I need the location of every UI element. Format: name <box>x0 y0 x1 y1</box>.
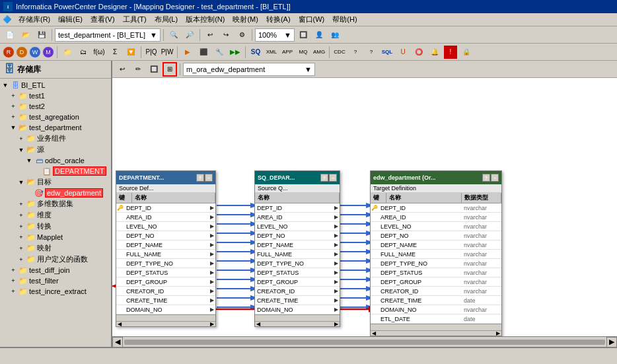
tb2-btn26[interactable]: ⭕ <box>412 45 426 59</box>
menu-mapping[interactable]: 映射(M) <box>229 13 262 26</box>
btn6[interactable]: ↪ <box>219 28 233 42</box>
minimize-btn[interactable]: − <box>205 174 213 182</box>
sq-scroll-left[interactable]: ◀ <box>256 321 260 327</box>
btn10[interactable]: 👥 <box>328 28 342 42</box>
tree-test2[interactable]: + 📁 test2 <box>9 101 110 112</box>
tb2-btn7[interactable]: f(ω) <box>92 45 106 59</box>
sq-help-btn[interactable]: ? <box>320 174 328 182</box>
module-dropdown[interactable]: test_department - [BI_ETL] ▼ <box>55 28 161 42</box>
h-scrollbar[interactable]: ◀ ▶ <box>112 336 617 347</box>
tree-business-components[interactable]: + 📁 业务组件 <box>17 133 110 144</box>
target-help-btn[interactable]: ? <box>482 174 490 182</box>
target-scroll-right[interactable]: ▶ <box>496 330 500 336</box>
root-toggle[interactable]: ▼ <box>1 81 9 89</box>
btn9[interactable]: 👤 <box>312 28 326 42</box>
tree-test-agregation[interactable]: + 📁 test_agregation <box>9 112 110 122</box>
tb2-btn17[interactable]: XML <box>264 45 279 59</box>
tb2-btn19[interactable]: MQ <box>296 45 310 59</box>
udf-toggle[interactable]: + <box>17 256 25 264</box>
canvas-btn4[interactable]: ⊞ <box>163 62 177 77</box>
canvas-btn1[interactable]: ↩ <box>115 62 129 77</box>
tb2-btn2[interactable]: D <box>16 46 28 58</box>
test1-toggle[interactable]: + <box>9 92 17 100</box>
filter-toggle[interactable]: + <box>9 277 17 285</box>
tree-odbc-oracle[interactable]: ▼ 🗃 odbc_oracle <box>25 155 110 166</box>
btn7[interactable]: ⚙ <box>235 28 249 42</box>
tree-filter[interactable]: + 📁 test_filter <box>9 275 110 286</box>
menu-version[interactable]: 版本控制(N) <box>182 13 229 26</box>
tree-target[interactable]: ▼ 📂 目标 <box>17 176 110 188</box>
tb2-btn12[interactable]: ▶ <box>180 45 195 59</box>
tb2-btn5[interactable]: 📁 <box>60 45 75 59</box>
tb2-btn25[interactable]: U <box>396 45 410 59</box>
scroll-right[interactable]: ▶ <box>210 321 214 327</box>
tb2-btn1[interactable]: R <box>3 46 15 58</box>
tb2-btn21[interactable]: CDC <box>332 45 347 59</box>
incre-toggle[interactable]: + <box>9 287 17 295</box>
scroll-right-btn[interactable]: ▶ <box>606 337 617 347</box>
open-button[interactable]: 📂 <box>18 28 33 42</box>
diffjoin-toggle[interactable]: + <box>9 266 17 274</box>
menu-window[interactable]: 窗口(W) <box>295 13 329 26</box>
mapping-dropdown[interactable]: m_ora_edw_department ▼ <box>183 63 315 76</box>
odbc-toggle[interactable]: ▼ <box>25 157 33 164</box>
canvas-body[interactable]: DEPARTMENT... ? − Source Def... 键 名称 🔑DE… <box>112 78 617 347</box>
btn5[interactable]: ↩ <box>203 28 217 42</box>
menu-edit[interactable]: 编辑(E) <box>54 13 87 26</box>
tb2-btn20[interactable]: AMG <box>312 45 326 59</box>
tree-udf[interactable]: + 📁 用户定义的函数 <box>17 254 110 265</box>
tb2-btn11[interactable]: P|W <box>160 45 174 59</box>
menu-transform[interactable]: 转换(A) <box>262 13 295 26</box>
tb2-btn6[interactable]: 🗂 <box>76 45 91 59</box>
btn8[interactable]: 🔲 <box>296 28 310 42</box>
menu-tools[interactable]: 工具(T) <box>119 13 151 26</box>
repository-tree[interactable]: ▼ 🗄 BI_ETL + 📁 test1 + 📁 test2 + 📁 test_… <box>0 79 111 347</box>
tree-test-department[interactable]: ▼ 📂 test_department <box>9 122 110 133</box>
tree-incre-extract[interactable]: + 📁 test_incre_extract <box>9 286 110 297</box>
tree-root[interactable]: ▼ 🗄 BI_ETL <box>1 80 110 91</box>
new-button[interactable]: 📄 <box>3 28 17 42</box>
department-toggle[interactable]: ▼ <box>9 124 17 131</box>
menu-repository[interactable]: 存储库(R) <box>15 13 54 26</box>
tree-diff-join[interactable]: + 📁 test_diff_join <box>9 265 110 275</box>
scroll-left[interactable]: ◀ <box>118 321 122 327</box>
tb2-btn18[interactable]: APP <box>280 45 295 59</box>
zoom-dropdown[interactable]: 100% ▼ <box>255 28 295 42</box>
menu-layout[interactable]: 布局(L) <box>151 13 182 26</box>
canvas-btn2[interactable]: ✏ <box>131 62 145 77</box>
tb2-btn13[interactable]: ⬛ <box>196 45 211 59</box>
target-scroll-left[interactable]: ◀ <box>372 330 376 336</box>
dim-toggle[interactable]: + <box>17 211 25 219</box>
tb2-btn29[interactable]: 🔒 <box>459 45 474 59</box>
btn3[interactable]: 🔍 <box>166 28 181 42</box>
tree-department-table[interactable]: · 📋 DEPARTMENT <box>33 166 110 176</box>
tb2-btn24[interactable]: SQL <box>380 45 394 59</box>
tb2-btn16[interactable]: SQ <box>248 45 263 59</box>
tb2-btn3[interactable]: W <box>29 46 41 58</box>
tb2-btn23[interactable]: ? <box>364 45 379 59</box>
tb2-btn27[interactable]: 🔔 <box>427 45 442 59</box>
biz-toggle[interactable]: + <box>17 135 25 143</box>
target-toggle[interactable]: ▼ <box>17 178 25 186</box>
mapplet-toggle[interactable]: + <box>17 233 25 241</box>
btn4[interactable]: 🔎 <box>182 28 197 42</box>
tree-dimension[interactable]: + 📁 维度 <box>17 209 110 221</box>
target-minimize-btn[interactable]: − <box>491 174 499 182</box>
tree-edw-department[interactable]: · 🎯 edw_department <box>25 188 110 198</box>
agregation-toggle[interactable]: + <box>9 113 17 121</box>
sq-minimize-btn[interactable]: − <box>329 174 337 182</box>
tb2-btn14[interactable]: 🔧 <box>212 45 227 59</box>
tb2-btn28[interactable]: ! <box>443 45 458 59</box>
menu-view[interactable]: 查看(V) <box>87 13 119 26</box>
tb2-btn4[interactable]: M <box>42 46 54 58</box>
tree-transform[interactable]: + 📁 转换 <box>17 221 110 232</box>
tb2-btn8[interactable]: Σ <box>108 45 122 59</box>
source-toggle[interactable]: ▼ <box>17 146 25 154</box>
save-button[interactable]: 💾 <box>34 28 49 42</box>
tree-mapplet[interactable]: + 📁 Mapplet <box>17 232 110 242</box>
transform-toggle[interactable]: + <box>17 223 25 231</box>
help-btn[interactable]: ? <box>196 174 204 182</box>
tree-mapping[interactable]: + 📁 映射 <box>17 242 110 254</box>
mapping-toggle[interactable]: + <box>17 244 25 252</box>
menu-help[interactable]: 帮助(H) <box>328 13 361 26</box>
